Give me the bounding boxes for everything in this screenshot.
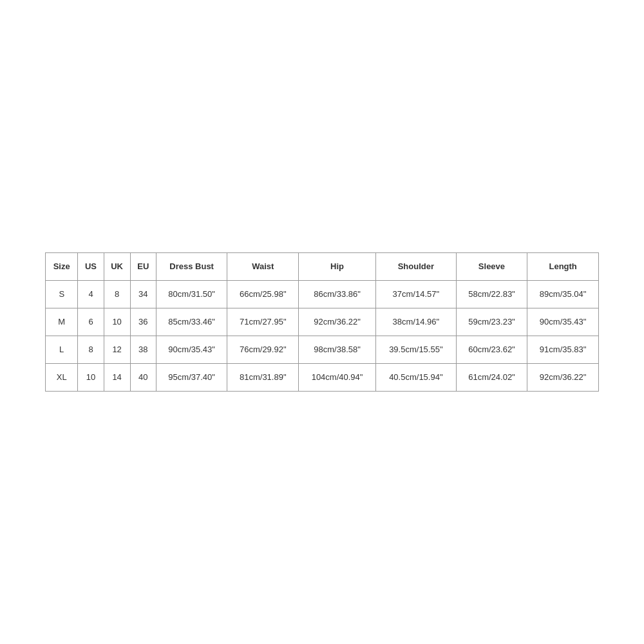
cell-shoulder: 40.5cm/15.94" bbox=[376, 364, 457, 392]
header-uk: UK bbox=[104, 252, 130, 280]
header-waist: Waist bbox=[227, 252, 299, 280]
cell-waist: 81cm/31.89" bbox=[227, 364, 299, 392]
cell-size: L bbox=[46, 336, 78, 364]
cell-us: 6 bbox=[78, 308, 104, 336]
cell-eu: 38 bbox=[130, 336, 156, 364]
cell-eu: 40 bbox=[130, 364, 156, 392]
cell-us: 10 bbox=[78, 364, 104, 392]
size-chart-table: Size US UK EU Dress Bust Waist Hip Shoul… bbox=[45, 252, 599, 392]
cell-hip: 104cm/40.94" bbox=[299, 364, 376, 392]
cell-shoulder: 37cm/14.57" bbox=[376, 280, 457, 308]
cell-hip: 98cm/38.58" bbox=[299, 336, 376, 364]
cell-eu: 34 bbox=[130, 280, 156, 308]
cell-bust: 95cm/37.40" bbox=[156, 364, 227, 392]
cell-waist: 71cm/27.95" bbox=[227, 308, 299, 336]
cell-shoulder: 39.5cm/15.55" bbox=[376, 336, 457, 364]
cell-eu: 36 bbox=[130, 308, 156, 336]
cell-bust: 80cm/31.50" bbox=[156, 280, 227, 308]
table-row: S483480cm/31.50"66cm/25.98"86cm/33.86"37… bbox=[46, 280, 599, 308]
cell-uk: 14 bbox=[104, 364, 130, 392]
cell-uk: 10 bbox=[104, 308, 130, 336]
cell-sleeve: 59cm/23.23" bbox=[456, 308, 527, 336]
cell-hip: 86cm/33.86" bbox=[299, 280, 376, 308]
cell-hip: 92cm/36.22" bbox=[299, 308, 376, 336]
cell-us: 8 bbox=[78, 336, 104, 364]
cell-size: M bbox=[46, 308, 78, 336]
cell-sleeve: 58cm/22.83" bbox=[456, 280, 527, 308]
cell-length: 89cm/35.04" bbox=[527, 280, 599, 308]
cell-length: 91cm/35.83" bbox=[527, 336, 599, 364]
table-row: L8123890cm/35.43"76cm/29.92"98cm/38.58"3… bbox=[46, 336, 599, 364]
cell-bust: 85cm/33.46" bbox=[156, 308, 227, 336]
cell-length: 92cm/36.22" bbox=[527, 364, 599, 392]
cell-waist: 66cm/25.98" bbox=[227, 280, 299, 308]
cell-us: 4 bbox=[78, 280, 104, 308]
header-us: US bbox=[78, 252, 104, 280]
cell-uk: 12 bbox=[104, 336, 130, 364]
header-hip: Hip bbox=[299, 252, 376, 280]
header-length: Length bbox=[527, 252, 599, 280]
cell-shoulder: 38cm/14.96" bbox=[376, 308, 457, 336]
header-shoulder: Shoulder bbox=[376, 252, 457, 280]
header-sleeve: Sleeve bbox=[456, 252, 527, 280]
cell-bust: 90cm/35.43" bbox=[156, 336, 227, 364]
table-row: XL10144095cm/37.40"81cm/31.89"104cm/40.9… bbox=[46, 364, 599, 392]
header-dress-bust: Dress Bust bbox=[156, 252, 227, 280]
table-header-row: Size US UK EU Dress Bust Waist Hip Shoul… bbox=[46, 252, 599, 280]
cell-size: S bbox=[46, 280, 78, 308]
header-size: Size bbox=[46, 252, 78, 280]
cell-size: XL bbox=[46, 364, 78, 392]
header-eu: EU bbox=[130, 252, 156, 280]
size-chart-container: Size US UK EU Dress Bust Waist Hip Shoul… bbox=[45, 252, 599, 392]
cell-waist: 76cm/29.92" bbox=[227, 336, 299, 364]
cell-sleeve: 61cm/24.02" bbox=[456, 364, 527, 392]
cell-length: 90cm/35.43" bbox=[527, 308, 599, 336]
cell-sleeve: 60cm/23.62" bbox=[456, 336, 527, 364]
cell-uk: 8 bbox=[104, 280, 130, 308]
table-row: M6103685cm/33.46"71cm/27.95"92cm/36.22"3… bbox=[46, 308, 599, 336]
